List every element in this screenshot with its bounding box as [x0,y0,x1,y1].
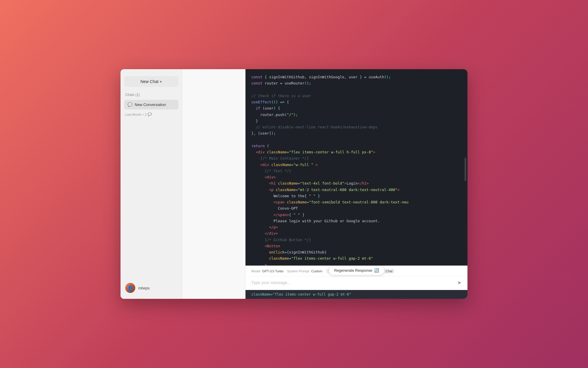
conversation-meta: Last Month • 2 💬 [124,111,178,117]
input-area: ➤ [245,276,467,290]
history-value: Chat [386,269,392,273]
code-block: const { signInWithGithub, signInWithGoog… [251,74,462,266]
conversation-icon: 💬 [128,102,132,107]
regenerate-label: Regenerate Response [334,268,372,273]
sidebar-spacer [124,117,178,281]
meta-separator: • [142,113,143,116]
new-chat-button[interactable]: New Chat + [124,76,178,87]
conversation-label: New Conversation [135,102,166,107]
username: mbeps [138,286,150,290]
regenerate-button[interactable]: Regenerate Response 🔄 [328,266,384,275]
meta-date: Last Month [125,113,141,116]
main-content: const { signInWithGithub, signInWithGoog… [245,69,467,299]
conversation-item[interactable]: 💬 New Conversation [124,100,178,110]
model-status: Model: GPT-3.5 Turbo [251,269,283,273]
user-section: mbeps [124,281,178,295]
scrollbar-thumb [465,158,466,181]
app-window: New Chat + Chats (1) 💬 New Conversation … [121,69,467,299]
comment-icon: 💬 [148,112,152,116]
sidebar: New Chat + Chats (1) 💬 New Conversation … [121,69,182,299]
regenerate-bar: Regenerate Response 🔄 [328,266,384,275]
model-label: Model: [251,269,261,273]
model-value: GPT-3.5 Turbo [262,269,283,273]
send-icon: ➤ [457,279,462,286]
chats-label: Chats (1) [124,93,178,97]
bottom-code-text: className="flex items-center w-full gap-… [251,292,351,296]
prompt-label: System Prompt: [287,269,310,273]
prompt-status: System Prompt: Custom [287,269,322,273]
prompt-value: Custom [311,269,322,273]
middle-panel [182,69,245,299]
code-area[interactable]: const { signInWithGithub, signInWithGoog… [245,69,467,266]
scrollbar-track[interactable] [465,69,466,266]
bottom-code-bar: className="flex items-center w-full gap-… [245,290,467,299]
send-button[interactable]: ➤ [457,279,462,286]
message-input[interactable] [251,280,454,285]
avatar [125,283,135,293]
avatar-image [125,283,135,293]
refresh-icon: 🔄 [374,268,379,273]
meta-count: 2 [145,113,146,116]
